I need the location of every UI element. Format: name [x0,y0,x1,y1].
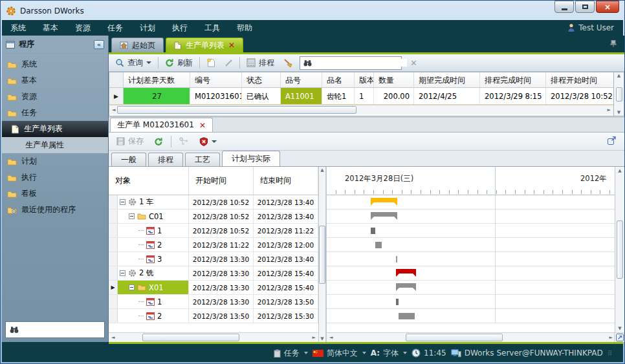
gantt-vscrollbar[interactable]: ▲ ▼ [615,167,624,332]
col-version[interactable]: 版本 [355,72,374,87]
maximize-button[interactable] [575,1,595,13]
gantt-bar[interactable] [396,269,417,273]
col-sched-finish[interactable]: 排程完成时间 [480,72,546,87]
detail-refresh-button[interactable] [151,136,166,147]
close-button[interactable]: × [596,1,619,13]
col-status[interactable]: 状态 [242,72,281,87]
scroll-left-arrow[interactable]: ◄ [329,335,333,342]
menu-execute[interactable]: 执行 [164,20,196,36]
col-item-name[interactable]: 品名 [322,72,355,87]
tree-row-machine-1[interactable]: 1 车 2012/3/28 10:52 2012/3/28 13:40 [109,195,318,209]
scroll-right-arrow[interactable]: ► [609,335,613,342]
menu-task[interactable]: 任务 [99,20,131,36]
query-button[interactable]: 查询 [113,56,154,70]
status-language-menu[interactable]: 简体中文 [312,348,366,359]
scroll-up-arrow[interactable]: ▲ [617,73,620,78]
scroll-down-arrow[interactable]: ▼ [320,336,323,341]
scroll-down-arrow[interactable]: ▼ [617,110,620,115]
collapse-expander-icon[interactable] [120,199,126,205]
menu-system[interactable]: 系统 [2,20,34,36]
sidebar-item-recent-programs[interactable]: 最近使用的程序 [2,202,108,218]
tree-row-op-1[interactable]: 1 2012/3/28 10:52 2012/3/28 11:22 [109,224,318,238]
tab-close-icon[interactable]: ✕ [228,42,235,48]
refresh-button[interactable]: 刷新 [162,56,195,70]
gantt-bar[interactable] [399,313,414,319]
resize-grip[interactable]: ⠿ [608,350,613,357]
hscroll-thumb[interactable] [142,334,239,341]
new-button[interactable] [204,57,218,69]
sidebar-item-plan[interactable]: 计划 [2,153,108,169]
subtab-schedule[interactable]: 排程 [148,153,183,166]
orders-grid-hscrollbar[interactable]: ◄ ► [109,105,613,114]
tree-row-op-2[interactable]: 2 2012/3/28 11:22 2012/3/28 12:00 [109,238,318,252]
orders-grid-vscrollbar[interactable]: ▲ ▼ [614,72,624,116]
menu-plan[interactable]: 计划 [131,20,164,36]
menu-basic[interactable]: 基本 [34,20,67,36]
gantt-bar[interactable] [396,299,399,305]
gantt-bar[interactable] [396,256,397,262]
edit-button[interactable] [222,58,236,69]
collapse-expander-icon[interactable] [129,213,135,219]
tab-production-order-list[interactable]: 生产单列表 ✕ [166,37,243,52]
gantt-bar[interactable] [371,198,397,202]
gantt-export-icon[interactable] [614,333,624,342]
scroll-up-arrow[interactable]: ▲ [618,168,621,173]
grid-filter-clear-icon[interactable]: ✕ [410,58,417,68]
tree-row-resource-c01[interactable]: C01 2012/3/28 10:52 2012/3/28 13:40 [109,209,318,224]
col-expect-finish[interactable]: 期望完成时间 [414,72,480,87]
tree-row-op-1b[interactable]: 1 2012/3/28 13:30 2012/3/28 13:50 [109,295,318,309]
sidebar-item-board[interactable]: 看板 [2,186,108,202]
sidebar-item-resource[interactable]: 资源 [2,89,108,105]
sidebar-item-execute[interactable]: 执行 [2,169,108,186]
dropdown-caret[interactable] [362,352,366,354]
schedule-button[interactable]: 排程 [244,56,277,70]
sidebar-item-production-order-props[interactable]: 生产单属性 [2,137,108,153]
sidebar-item-basic[interactable]: 基本 [2,72,108,89]
scroll-right-arrow[interactable]: ► [608,107,611,114]
gantt-bar[interactable] [375,242,381,248]
clear-broom-button[interactable] [281,57,296,69]
col-quantity[interactable]: 数量 [374,72,414,87]
collapse-expander-icon[interactable] [129,284,135,290]
tree-row-machine-2[interactable]: 2 铣 2012/3/28 13:30 2012/3/28 15:40 [109,266,318,281]
vscroll-thumb[interactable] [616,87,622,102]
scroll-up-arrow[interactable]: ▲ [320,167,323,173]
col-start-time[interactable]: 开始时间 [189,167,254,195]
detail-tab-production-order[interactable]: 生产单 M012031601 ✕ [110,118,213,132]
hscroll-thumb[interactable] [117,106,356,114]
gantt-bar[interactable] [396,283,417,288]
collapse-expander-icon[interactable] [120,270,126,276]
order-row[interactable]: ▶ 27 M012031601 已确认 A11001 齿轮1 1 200.00 … [109,88,613,105]
scroll-down-arrow[interactable]: ▼ [618,326,621,331]
col-sched-start[interactable]: 排程开始时间 [546,72,613,87]
tree-row-resource-x01[interactable]: ▶ X01 2012/3/28 13:30 2012/3/28 15:40 [109,281,318,295]
scroll-left-arrow[interactable]: ◄ [112,107,115,114]
save-button[interactable]: 保存 [114,134,146,148]
gantt-rows[interactable] [327,195,615,323]
dropdown-caret[interactable] [403,352,407,354]
menu-tools[interactable]: 工具 [196,20,228,36]
pin-icon[interactable] [609,39,618,47]
col-end-time[interactable]: 结束时间 [254,167,318,195]
shield-dropdown-caret[interactable] [212,140,217,143]
minimize-button[interactable] [554,1,574,13]
hscroll-thumb[interactable] [406,334,503,341]
vscroll-thumb[interactable] [319,226,325,284]
sidebar-item-task[interactable]: 任务 [2,105,108,121]
dropdown-caret[interactable] [304,352,308,354]
menu-resource[interactable]: 资源 [67,20,99,36]
col-item-no[interactable]: 品号 [281,72,322,87]
col-plan-diff-days[interactable]: 计划差异天数 [124,72,190,87]
col-object[interactable]: 对象 [109,167,189,195]
gantt-hscrollbar[interactable]: ◄ ► [327,332,624,342]
tab-home[interactable]: 起始页 [111,37,164,52]
grid-filter-input[interactable] [315,59,407,67]
scroll-left-arrow[interactable]: ◄ [111,335,115,342]
current-user[interactable]: Test User [567,23,623,32]
detail-tab-close-icon[interactable]: ✕ [199,122,206,129]
validate-shield-button[interactable] [197,136,219,147]
tree-grid-hscrollbar[interactable]: ◄ ► [109,332,318,342]
subtab-general[interactable]: 一般 [111,153,146,166]
subtab-plan-vs-actual[interactable]: 计划与实际 [222,151,280,166]
sidebar-search-input[interactable] [23,326,115,334]
